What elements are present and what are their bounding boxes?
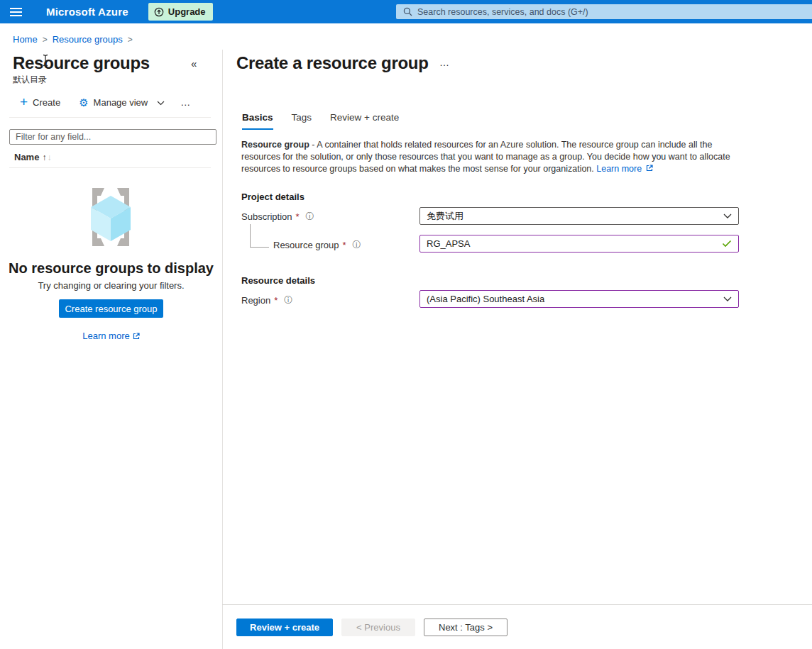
learn-more-link[interactable]: Learn more: [82, 331, 139, 341]
description-learn-more-link[interactable]: Learn more: [596, 164, 642, 174]
text-cursor-pointer: [41, 54, 50, 67]
panel-title: Resource groups: [13, 53, 150, 73]
filter-input[interactable]: [9, 129, 216, 145]
empty-state-heading: No resource groups to display: [0, 260, 222, 277]
toolbar-more-button[interactable]: …: [180, 96, 192, 108]
region-value: (Asia Pacific) Southeast Asia: [427, 294, 544, 304]
external-link-icon: [133, 333, 140, 340]
create-resource-group-button[interactable]: Create resource group: [59, 299, 163, 318]
chevron-down-icon: [723, 213, 732, 219]
info-icon[interactable]: ⓘ: [353, 239, 361, 251]
manage-view-button[interactable]: ⚙ Manage view: [79, 97, 165, 108]
required-asterisk: *: [274, 295, 278, 306]
search-input[interactable]: [417, 7, 812, 17]
page-title: Create a resource group: [236, 53, 429, 73]
brand-title: Microsoft Azure: [46, 6, 128, 18]
top-bar: Microsoft Azure Upgrade: [0, 0, 812, 23]
chevron-down-icon: [723, 296, 732, 302]
create-button[interactable]: + Create: [20, 97, 60, 108]
panel-toolbar: + Create ⚙ Manage view …: [20, 96, 192, 108]
previous-button[interactable]: < Previous: [341, 619, 415, 636]
breadcrumb-separator: >: [128, 35, 133, 45]
breadcrumb: Home > Resource groups >: [13, 34, 133, 45]
hamburger-menu-icon[interactable]: [0, 0, 31, 23]
toolbar-divider: [9, 117, 211, 118]
name-column-header[interactable]: Name ↑ ↓: [14, 152, 51, 162]
resource-group-label: Resource group * ⓘ: [273, 239, 361, 251]
external-link-icon: [646, 165, 653, 172]
empty-state-subtext: Try changing or clearing your filters.: [0, 280, 222, 291]
field-connector-line: [250, 247, 269, 248]
upgrade-arrow-icon: [154, 7, 164, 17]
gear-icon: ⚙: [79, 97, 88, 108]
subscription-dropdown[interactable]: 免费试用: [419, 207, 739, 225]
resource-group-input-wrapper: [419, 235, 739, 253]
required-asterisk: *: [343, 240, 346, 250]
collapse-panel-icon[interactable]: «: [191, 57, 197, 70]
upgrade-label: Upgrade: [168, 6, 206, 17]
breadcrumb-separator: >: [43, 35, 48, 45]
region-dropdown[interactable]: (Asia Pacific) Southeast Asia: [419, 290, 739, 308]
review-create-button[interactable]: Review + create: [236, 619, 333, 636]
sort-ascending-icon: ↑: [42, 152, 46, 162]
next-tags-button[interactable]: Next : Tags >: [424, 619, 508, 636]
panel-divider: [222, 50, 223, 649]
plus-icon: +: [20, 97, 28, 107]
field-connector-line: [250, 224, 251, 247]
breadcrumb-resource-groups-link[interactable]: Resource groups: [53, 34, 123, 45]
page-more-button[interactable]: …: [439, 57, 450, 68]
valid-check-icon: [722, 240, 732, 248]
directory-subtitle: 默认目录: [13, 74, 47, 86]
resource-group-input[interactable]: [427, 238, 722, 249]
required-asterisk: *: [296, 211, 300, 222]
project-details-heading: Project details: [241, 192, 304, 202]
info-icon[interactable]: ⓘ: [306, 211, 314, 223]
global-search[interactable]: [396, 4, 812, 19]
description-lead: Resource group: [241, 140, 309, 150]
breadcrumb-home-link[interactable]: Home: [13, 34, 38, 45]
resource-groups-panel: Resource groups « 默认目录 + Create ⚙ Manage…: [0, 50, 222, 649]
search-icon: [403, 7, 412, 16]
subscription-label: Subscription * ⓘ: [241, 211, 314, 223]
resource-group-cube-icon: [71, 182, 150, 255]
manage-view-label: Manage view: [94, 97, 148, 108]
learn-more-label: Learn more: [82, 331, 129, 341]
upgrade-button[interactable]: Upgrade: [148, 3, 213, 21]
tab-review-create[interactable]: Review + create: [330, 112, 399, 130]
tab-tags[interactable]: Tags: [292, 112, 312, 130]
resource-details-heading: Resource details: [241, 275, 315, 286]
info-icon[interactable]: ⓘ: [284, 294, 292, 306]
name-header-label: Name: [14, 152, 39, 162]
form-tabs: Basics Tags Review + create: [242, 112, 399, 130]
wizard-footer: Review + create < Previous Next : Tags >: [236, 619, 508, 636]
azure-portal-page: Microsoft Azure Upgrade Home > Resource …: [0, 0, 812, 649]
footer-divider: [222, 604, 812, 605]
learn-more-row: Learn more: [0, 331, 222, 341]
description-body: - A container that holds related resourc…: [241, 140, 730, 174]
subscription-value: 免费试用: [427, 210, 463, 223]
create-label: Create: [33, 97, 60, 108]
sort-descending-icon: ↓: [47, 152, 51, 162]
chevron-down-icon: [157, 97, 165, 108]
resource-group-description: Resource group - A container that holds …: [241, 139, 740, 175]
list-header-divider: [9, 167, 211, 168]
tab-basics[interactable]: Basics: [242, 112, 273, 130]
region-label: Region * ⓘ: [241, 294, 292, 306]
